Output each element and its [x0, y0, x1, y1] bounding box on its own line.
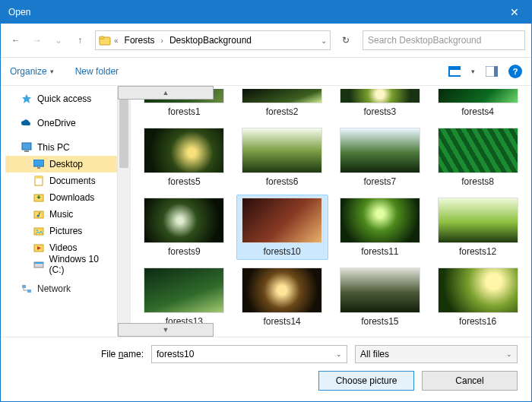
tree-label: Music [49, 209, 73, 220]
search-box[interactable]: Search DesktopBackground [363, 30, 525, 50]
close-icon: ✕ [510, 6, 519, 18]
file-item[interactable]: forests15 [334, 264, 426, 330]
breadcrumb-item-desktopbackground[interactable]: DesktopBackground [166, 33, 255, 47]
help-button[interactable]: ? [508, 65, 522, 78]
scroll-down-button[interactable]: ▼ [118, 323, 214, 337]
address-bar[interactable]: « Forests › DesktopBackground ⌄ [95, 30, 331, 50]
thumbnail-grid: forests1 forests2 forests3 forests4 fore… [138, 86, 524, 330]
file-name-row: File name: forests10 ⌄ All files ⌄ [14, 345, 518, 363]
file-item[interactable]: forests14 [236, 264, 328, 330]
downloads-icon [33, 192, 45, 204]
thumbnail-image [144, 267, 224, 313]
thumbnail-image [242, 267, 322, 313]
tree-item-this-pc[interactable]: This PC [5, 139, 118, 156]
file-item[interactable]: forests5 [138, 125, 230, 190]
file-name: forests3 [364, 106, 397, 117]
tree-label: Network [37, 283, 71, 294]
breadcrumb-item-forests[interactable]: Forests [122, 33, 158, 47]
svg-rect-22 [34, 262, 43, 264]
tree-label: Downloads [49, 192, 94, 203]
file-name: forests4 [461, 106, 494, 117]
organize-menu[interactable]: Organize ▾ [10, 66, 54, 77]
file-item[interactable]: forests16 [432, 264, 524, 330]
pictures-icon [33, 225, 45, 237]
thumbnail-image [144, 128, 224, 173]
chevron-down-icon: ⌄ [55, 35, 62, 46]
pc-icon [21, 141, 33, 154]
videos-icon [33, 242, 45, 254]
forward-button[interactable]: → [28, 31, 46, 49]
file-item[interactable]: forests12 [432, 195, 524, 260]
file-item[interactable]: forests11 [334, 195, 426, 260]
file-name: forests7 [364, 176, 397, 187]
breadcrumb-root-sep: « [114, 36, 119, 45]
action-button-row: Choose picture Cancel [14, 371, 518, 391]
tree-label: Pictures [49, 226, 82, 236]
file-view[interactable]: forests1 forests2 forests3 forests4 fore… [131, 86, 531, 337]
cancel-button[interactable]: Cancel [422, 371, 518, 391]
network-icon [21, 283, 33, 295]
file-item-selected[interactable]: forests10 [236, 195, 328, 260]
thumbnail-image [340, 198, 420, 243]
navigation-pane: Quick access OneDrive This PC Desktop [1, 86, 131, 337]
organize-label: Organize [10, 66, 47, 77]
toolbar: Organize ▾ New folder ▾ ? [1, 58, 531, 86]
tree-item-downloads[interactable]: Downloads [5, 189, 118, 206]
tree-item-quick-access[interactable]: Quick access [5, 90, 118, 107]
svg-rect-8 [22, 143, 31, 150]
up-button[interactable]: ↑ [71, 31, 89, 49]
svg-rect-13 [35, 176, 43, 179]
tree-item-pictures[interactable]: Pictures [5, 223, 118, 239]
forward-arrow-icon: → [33, 35, 42, 46]
sidebar-scrollbar[interactable]: ▲ ▼ [117, 86, 130, 337]
tree-item-music[interactable]: Music [5, 206, 118, 223]
file-item[interactable]: forests2 [236, 86, 328, 120]
svg-rect-6 [494, 66, 498, 77]
new-folder-button[interactable]: New folder [75, 66, 119, 77]
dialog-footer: File name: forests10 ⌄ All files ⌄ Choos… [1, 337, 531, 401]
scroll-up-button[interactable]: ▲ [118, 86, 214, 100]
file-name-combobox[interactable]: forests10 ⌄ [151, 345, 347, 363]
tree-item-onedrive[interactable]: OneDrive [5, 115, 118, 131]
address-dropdown-icon[interactable]: ⌄ [321, 36, 327, 45]
file-item[interactable]: forests9 [138, 195, 230, 260]
choose-picture-button[interactable]: Choose picture [318, 371, 414, 391]
tree-item-desktop[interactable]: Desktop [5, 156, 118, 173]
open-dialog-window: Open ✕ ← → ⌄ ↑ « Forests › DesktopBackgr… [0, 0, 532, 402]
file-item[interactable]: forests7 [334, 125, 426, 190]
tree-label: Desktop [49, 159, 83, 169]
tree-item-documents[interactable]: Documents [5, 173, 118, 189]
back-button[interactable]: ← [7, 31, 25, 49]
thumbnail-image [242, 89, 322, 103]
documents-icon [33, 175, 45, 187]
tree-item-windows10-c[interactable]: Windows 10 (C:) [5, 256, 118, 273]
file-item[interactable]: forests3 [334, 86, 426, 120]
file-item[interactable]: forests13 [138, 264, 230, 330]
file-item[interactable]: forests6 [236, 125, 328, 190]
file-item[interactable]: forests4 [432, 86, 524, 120]
recent-locations-dropdown[interactable]: ⌄ [49, 31, 68, 49]
file-name: forests5 [168, 176, 201, 187]
refresh-button[interactable]: ↻ [337, 31, 355, 49]
view-dropdown-icon[interactable]: ▾ [471, 68, 475, 75]
file-name: forests15 [361, 316, 398, 327]
tree-item-network[interactable]: Network [5, 280, 118, 297]
dropdown-icon: ▾ [50, 68, 54, 75]
dropdown-icon: ⌄ [336, 350, 342, 358]
preview-pane-button[interactable] [486, 65, 498, 78]
scroll-thumb[interactable] [119, 100, 128, 168]
view-options-button[interactable] [448, 65, 461, 78]
help-icon: ? [513, 67, 518, 76]
up-arrow-icon: ↑ [78, 35, 82, 46]
close-button[interactable]: ✕ [497, 1, 531, 24]
folder-icon [99, 34, 111, 46]
file-type-filter[interactable]: All files ⌄ [355, 345, 518, 363]
svg-rect-9 [24, 150, 29, 152]
thumbnail-image [340, 267, 420, 313]
desktop-icon [33, 158, 45, 170]
svg-rect-11 [37, 167, 40, 169]
file-name: forests1 [168, 106, 201, 117]
svg-point-18 [36, 229, 38, 231]
file-item[interactable]: forests8 [432, 125, 524, 190]
file-name: forests12 [459, 246, 496, 257]
